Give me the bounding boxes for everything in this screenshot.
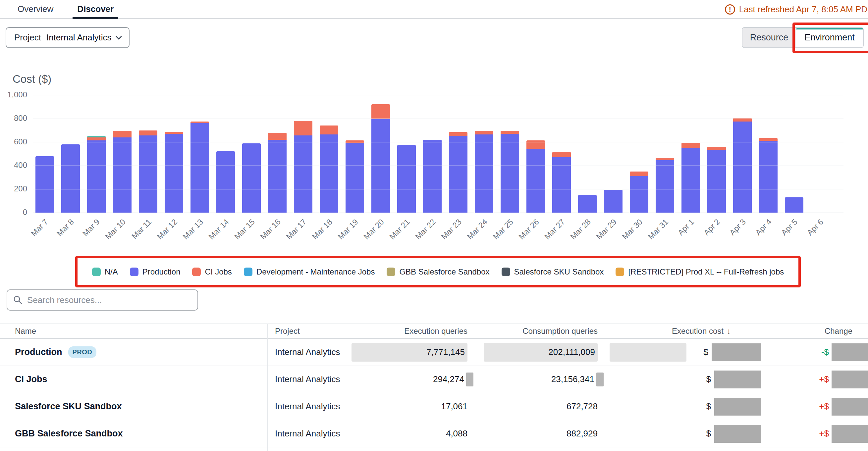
bar-mar-18[interactable] xyxy=(320,126,338,213)
bar-segment-production xyxy=(423,140,442,213)
x-axis-label: Mar 25 xyxy=(485,217,515,247)
consumption-queries-value: 672,728 xyxy=(566,401,598,412)
bar-segment-production xyxy=(475,134,493,213)
legend-item[interactable]: Salesforce SKU Sandbox xyxy=(502,267,604,277)
bar-mar-7[interactable] xyxy=(35,156,54,213)
bar-segment-production xyxy=(759,141,778,213)
bar-mar-28[interactable] xyxy=(578,195,597,213)
bar-mar-26[interactable] xyxy=(526,140,545,213)
bar-segment-ci-jobs xyxy=(87,137,106,140)
table-row[interactable]: ProductionPRODInternal Analytics7,771,14… xyxy=(0,339,868,366)
legend-item[interactable]: N/A xyxy=(92,267,118,277)
bar-segment-ci-jobs xyxy=(656,158,674,160)
bar-mar-19[interactable] xyxy=(345,140,364,213)
bar-mar-22[interactable] xyxy=(423,140,442,213)
bar-mar-12[interactable] xyxy=(165,132,183,213)
bar-mar-11[interactable] xyxy=(139,130,157,213)
bar-apr-5[interactable] xyxy=(785,197,803,213)
bar-segment-ci-jobs xyxy=(449,132,467,136)
bar-segment-production xyxy=(345,143,364,213)
x-axis-label: Mar 28 xyxy=(562,217,593,247)
search-input[interactable] xyxy=(27,295,191,305)
execution-queries-value: 294,274 xyxy=(433,374,464,384)
bar-mar-27[interactable] xyxy=(552,152,571,213)
x-axis-label: Mar 24 xyxy=(459,217,489,247)
x-axis-label: Mar 17 xyxy=(278,217,308,247)
bar-mar-29[interactable] xyxy=(604,190,622,213)
bar-mar-14[interactable] xyxy=(216,151,235,213)
execution-queries-value: 4,088 xyxy=(446,428,467,439)
bar-segment-ci-jobs xyxy=(371,104,390,119)
bar-mar-24[interactable] xyxy=(475,131,493,213)
bar-mar-15[interactable] xyxy=(242,143,261,213)
execution-cost-cell: $ xyxy=(599,425,762,443)
chart-title: Cost ($) xyxy=(12,73,51,86)
legend-label: GBB Salesforce Sandbox xyxy=(399,267,489,277)
legend-swatch xyxy=(616,267,624,276)
resource-name[interactable]: Production xyxy=(15,347,62,357)
x-axis-label: Mar 20 xyxy=(356,217,386,247)
resource-name[interactable]: CI Jobs xyxy=(15,374,48,384)
redaction-block xyxy=(832,343,868,361)
resource-name[interactable]: GBB Salesforce Sandbox xyxy=(15,428,123,439)
legend-swatch xyxy=(502,267,510,276)
bar-apr-2[interactable] xyxy=(707,147,726,213)
bar-segment-production xyxy=(604,190,622,213)
bar-segment-production xyxy=(139,135,157,213)
execution-queries-cell: 17,061 xyxy=(351,401,469,412)
column-header-execution-queries[interactable]: Execution queries xyxy=(351,326,469,336)
table-row[interactable]: CI JobsInternal Analytics294,27423,156,3… xyxy=(0,366,868,393)
bar-segment-production xyxy=(733,122,752,213)
bar-segment-ci-jobs xyxy=(475,131,493,134)
bar-apr-4[interactable] xyxy=(759,138,778,213)
legend-item[interactable]: Production xyxy=(130,267,181,277)
sort-desc-icon: ↓ xyxy=(727,326,731,336)
bar-segment-ci-jobs xyxy=(113,131,131,137)
legend-item[interactable]: Development - Maintenance Jobs xyxy=(244,267,375,277)
column-header-execution-cost[interactable]: Execution cost ↓ xyxy=(599,326,762,336)
bar-mar-8[interactable] xyxy=(61,144,80,213)
bar-segment-ci-jobs xyxy=(526,140,545,149)
bar-mar-16[interactable] xyxy=(268,133,286,213)
bar-mar-13[interactable] xyxy=(190,122,209,213)
bar-apr-1[interactable] xyxy=(681,143,700,213)
table-row[interactable]: Salesforce SKU SandboxInternal Analytics… xyxy=(0,393,868,420)
column-header-name[interactable]: Name xyxy=(0,326,267,336)
column-header-project[interactable]: Project xyxy=(267,326,351,336)
bar-segment-production xyxy=(501,134,519,213)
legend-item[interactable]: [RESTRICTED] Prod XL -- Full-Refresh job… xyxy=(616,267,784,277)
project-cell: Internal Analytics xyxy=(267,347,351,357)
bar-mar-31[interactable] xyxy=(656,158,674,213)
bar-mar-10[interactable] xyxy=(113,131,131,213)
table-header: Name Project Execution queries Consumpti… xyxy=(0,324,868,339)
x-axis-label: Apr 5 xyxy=(769,217,799,247)
legend-item[interactable]: GBB Salesforce Sandbox xyxy=(386,267,489,277)
resource-name[interactable]: Salesforce SKU Sandbox xyxy=(15,401,122,412)
gridline xyxy=(33,119,843,119)
bar-segment-ci-jobs xyxy=(501,131,519,134)
execution-queries-cell: 294,274 xyxy=(351,373,469,386)
column-header-change[interactable]: Change xyxy=(762,326,868,336)
bar-segment-production xyxy=(785,197,803,213)
bar-segment-production xyxy=(578,195,597,213)
bar-mar-17[interactable] xyxy=(294,121,312,213)
execution-cost-label: Execution cost xyxy=(672,326,723,336)
bar-segment-production xyxy=(449,136,467,213)
bar-segment-production xyxy=(707,150,726,213)
bar-mar-20[interactable] xyxy=(371,104,390,213)
search-icon xyxy=(13,295,23,304)
legend-label: Salesforce SKU Sandbox xyxy=(514,267,604,277)
bar-mar-23[interactable] xyxy=(449,132,467,213)
column-header-consumption-queries[interactable]: Consumption queries xyxy=(469,326,599,336)
y-axis-label: 400 xyxy=(0,161,27,170)
table-row[interactable]: GBB Salesforce SandboxInternal Analytics… xyxy=(0,420,868,447)
bar-mar-21[interactable] xyxy=(397,145,416,213)
bar-segment-ci-jobs xyxy=(630,171,648,176)
bar-segment-ci-jobs xyxy=(707,147,726,150)
bar-mar-25[interactable] xyxy=(501,131,519,213)
bar-mar-30[interactable] xyxy=(630,171,648,213)
bar-mar-9[interactable] xyxy=(87,136,106,213)
legend-item[interactable]: CI Jobs xyxy=(192,267,231,277)
execution-queries-cell: 4,088 xyxy=(351,428,469,439)
consumption-queries-cell: 672,728 xyxy=(469,401,599,412)
